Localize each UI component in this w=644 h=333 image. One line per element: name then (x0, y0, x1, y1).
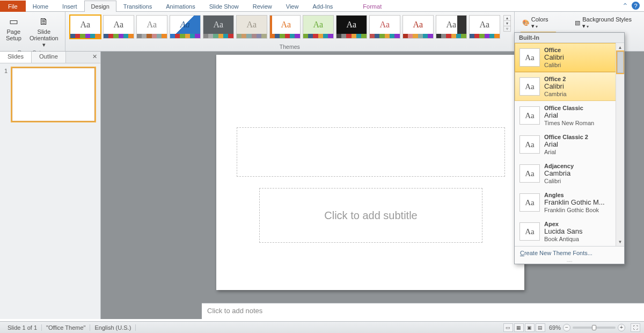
theme-gallery-more[interactable]: ▴▾▿ (503, 15, 511, 32)
zoom-slider[interactable] (573, 327, 616, 329)
colors-icon: 🎨 (522, 19, 530, 27)
notes-pane[interactable]: Click to add notes (202, 303, 644, 319)
orientation-icon: 🗎 (36, 15, 52, 28)
status-bar: Slide 1 of 1 "Office Theme" English (U.S… (0, 321, 644, 333)
font-swatch-icon: Aa (519, 135, 540, 154)
tab-home[interactable]: Home (26, 1, 55, 12)
font-minor: Times New Roman (544, 119, 594, 127)
theme-item[interactable]: Aa (170, 15, 201, 39)
font-scheme-item[interactable]: Aa Office 2 Calibri Cambria (515, 72, 624, 101)
theme-item[interactable]: Aa (103, 15, 134, 39)
group-page-setup: ▭ Page Setup 🗎 Slide Orientation ▾ Page … (0, 12, 65, 51)
font-swatch-icon: Aa (519, 193, 540, 212)
font-minor: Calibri (544, 177, 574, 185)
font-scheme-item[interactable]: Aa Office Calibri Calibri (515, 43, 624, 72)
fonts-panel-scrollbar[interactable]: ▲ ▼ (616, 43, 624, 246)
minimize-ribbon-icon[interactable]: ⌃ (622, 2, 628, 10)
view-normal-button[interactable]: ▭ (503, 323, 513, 332)
font-scheme-item[interactable]: Aa Angles Franklin Gothic M... Franklin … (515, 188, 624, 217)
tab-slideshow[interactable]: Slide Show (202, 1, 246, 12)
group-themes: Aa Aa Aa Aa Aa Aa Aa Aa Aa Aa Aa Aa Aa ▴… (65, 12, 515, 51)
font-major: Arial (544, 112, 594, 119)
slides-panel: Slides Outline ✕ 1 (0, 52, 101, 319)
fonts-panel-header: Built-In (515, 33, 624, 43)
theme-item[interactable]: Aa (303, 15, 334, 39)
font-scheme-item[interactable]: Aa Office Classic 2 Arial Arial (515, 130, 624, 159)
theme-item[interactable]: Aa (70, 15, 101, 39)
scroll-up-icon[interactable]: ▲ (616, 43, 624, 52)
scroll-down-icon[interactable]: ▼ (616, 237, 624, 246)
slide-orientation-button[interactable]: 🗎 Slide Orientation ▾ (25, 13, 63, 49)
font-scheme-name: Apex (544, 220, 583, 228)
title-placeholder[interactable] (237, 127, 505, 177)
theme-item[interactable]: Aa (369, 15, 400, 39)
panel-close-button[interactable]: ✕ (89, 52, 100, 63)
subtitle-placeholder[interactable]: Click to add subtitle (259, 188, 482, 243)
view-slideshow-button[interactable]: ▤ (536, 323, 545, 332)
font-major: Franklin Gothic M... (544, 199, 605, 206)
tab-file[interactable]: File (0, 1, 26, 12)
font-minor: Book Antiqua (544, 235, 583, 243)
background-styles-button[interactable]: ▧Background Styles ▾ (572, 15, 638, 31)
theme-item[interactable]: Aa (136, 15, 167, 39)
tab-design[interactable]: Design (84, 1, 116, 12)
panel-tab-outline[interactable]: Outline (32, 52, 66, 63)
status-slide-count: Slide 1 of 1 (3, 324, 42, 331)
theme-item[interactable]: Aa (402, 15, 434, 39)
view-reading-button[interactable]: ▣ (525, 323, 535, 332)
theme-item[interactable]: Aa (436, 15, 467, 39)
font-scheme-name: Angles (544, 191, 605, 199)
help-icon[interactable]: ? (632, 2, 640, 10)
font-scheme-item[interactable]: Aa Office Classic Arial Times New Roman (515, 101, 624, 130)
font-scheme-name: Office 2 (544, 75, 567, 83)
theme-item[interactable]: Aa (236, 15, 267, 39)
tab-review[interactable]: Review (246, 1, 279, 12)
zoom-slider-thumb[interactable] (592, 325, 596, 330)
fonts-panel-body: Aa Office Calibri Calibri Aa Office 2 Ca… (515, 43, 624, 246)
font-swatch-icon: Aa (519, 222, 540, 241)
font-minor: Calibri (544, 61, 564, 69)
slide[interactable]: Click to add subtitle (216, 55, 524, 290)
font-minor: Cambria (544, 90, 567, 98)
theme-item[interactable]: Aa (203, 15, 234, 39)
font-scheme-item[interactable]: Aa Adjacency Cambria Calibri (515, 159, 624, 188)
theme-item[interactable]: Aa (269, 15, 301, 39)
view-sorter-button[interactable]: ▦ (514, 323, 524, 332)
zoom-fit-button[interactable]: ⛶ (631, 323, 640, 332)
font-scheme-name: Office Classic (544, 104, 594, 112)
theme-item[interactable]: Aa (336, 15, 367, 39)
panel-tab-slides[interactable]: Slides (0, 52, 32, 63)
theme-item[interactable]: Aa (469, 15, 500, 39)
font-major: Cambria (544, 170, 574, 177)
tab-view[interactable]: View (279, 1, 306, 12)
zoom-value: 69% (549, 324, 561, 331)
slide-number: 1 (4, 68, 10, 74)
colors-button[interactable]: 🎨Colors ▾ (520, 15, 557, 31)
page-setup-button[interactable]: ▭ Page Setup (2, 13, 25, 43)
font-scheme-name: Office (544, 46, 564, 54)
create-new-theme-fonts[interactable]: Create New Theme Fonts... (515, 246, 624, 259)
panel-resize-grip[interactable]: ┄┄ (515, 259, 624, 264)
slide-thumbnail[interactable] (12, 68, 95, 121)
tab-format[interactable]: Format (356, 1, 389, 12)
tab-addins[interactable]: Add-Ins (305, 1, 340, 12)
ribbon-tabbar: File Home Insert Design Transitions Anim… (0, 0, 644, 12)
font-major: Arial (544, 141, 588, 148)
theme-gallery: Aa Aa Aa Aa Aa Aa Aa Aa Aa Aa Aa Aa Aa ▴… (68, 13, 512, 44)
status-language[interactable]: English (U.S.) (90, 324, 136, 331)
tab-insert[interactable]: Insert (55, 1, 84, 12)
scroll-thumb[interactable] (617, 52, 624, 73)
status-theme: "Office Theme" (42, 324, 90, 331)
zoom-in-button[interactable]: + (618, 324, 625, 331)
tab-animations[interactable]: Animations (159, 1, 202, 12)
font-scheme-item[interactable]: Aa Apex Lucida Sans Book Antiqua (515, 217, 624, 246)
font-scheme-name: Adjacency (544, 162, 574, 170)
font-swatch-icon: Aa (519, 164, 540, 183)
font-minor: Franklin Gothic Book (544, 206, 605, 214)
zoom-out-button[interactable]: − (563, 324, 570, 331)
font-minor: Arial (544, 148, 588, 156)
font-scheme-name: Office Classic 2 (544, 133, 588, 141)
zoom-control: 69% − + ⛶ (549, 323, 641, 332)
font-major: Lucida Sans (544, 228, 583, 235)
tab-transitions[interactable]: Transitions (116, 1, 159, 12)
